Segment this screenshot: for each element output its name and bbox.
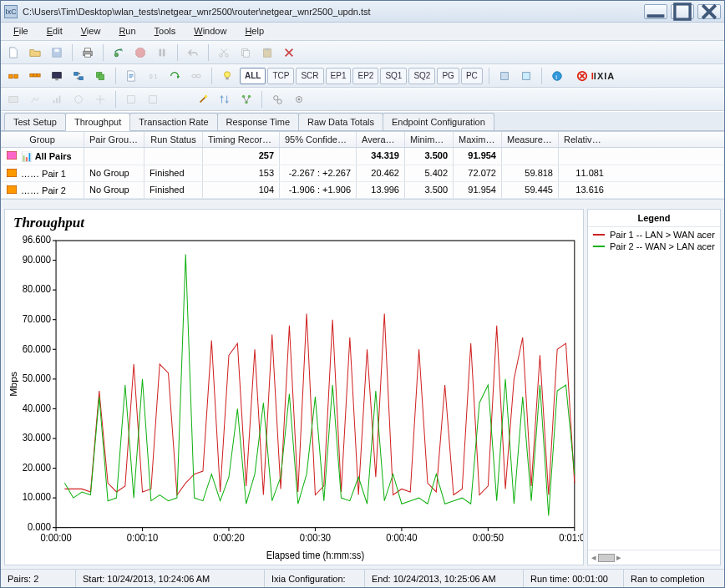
filter-ep2[interactable]: EP2 <box>352 68 378 84</box>
app-icon: IxC <box>4 5 18 18</box>
t3-3-icon[interactable] <box>48 90 66 109</box>
col-header[interactable]: Pair Group Name <box>84 132 144 147</box>
svg-point-50 <box>298 98 301 100</box>
refresh-icon[interactable] <box>165 67 184 85</box>
export-icon[interactable] <box>495 67 514 85</box>
lightbulb-icon[interactable] <box>218 67 236 85</box>
splitter[interactable] <box>1 199 724 205</box>
filter-scr[interactable]: SCR <box>296 68 323 84</box>
save-icon[interactable] <box>48 43 66 62</box>
close-button[interactable] <box>697 4 721 19</box>
export2-icon[interactable] <box>517 67 535 85</box>
stop-icon[interactable] <box>131 43 150 62</box>
col-header[interactable]: 95% Confidence Interval <box>280 132 357 147</box>
undo-icon[interactable] <box>184 43 202 62</box>
info-icon[interactable]: i <box>548 67 566 85</box>
new-icon[interactable] <box>4 43 23 62</box>
throughput-chart[interactable]: 0.00010.00020.00030.00040.00050.00060.00… <box>5 231 583 565</box>
add-pair-icon[interactable] <box>4 67 23 85</box>
tab-response-time[interactable]: Response Time <box>217 113 299 130</box>
link-icon[interactable] <box>187 67 205 85</box>
tab-test-setup[interactable]: Test Setup <box>4 113 66 130</box>
tab-transaction-rate[interactable]: Transaction Rate <box>129 113 217 130</box>
svg-rect-1 <box>54 48 58 52</box>
col-header[interactable]: Relative Precision <box>559 132 609 147</box>
maximize-button[interactable] <box>671 4 694 19</box>
copy-icon[interactable] <box>236 43 255 62</box>
pause-icon[interactable] <box>153 43 171 62</box>
svg-rect-36 <box>9 96 18 102</box>
t3-7-icon[interactable] <box>144 90 162 109</box>
table-row[interactable]: …… Pair 2No GroupFinished104-1.906 : +1.… <box>1 182 724 199</box>
filter-pg[interactable]: PG <box>437 68 459 84</box>
cell <box>280 148 357 165</box>
script-icon[interactable] <box>122 67 140 85</box>
filter-sq1[interactable]: SQ1 <box>380 68 407 84</box>
cut-icon[interactable] <box>215 43 233 62</box>
menu-edit[interactable]: Edit <box>38 23 72 40</box>
run-icon[interactable] <box>109 43 128 62</box>
network-icon[interactable] <box>237 90 256 109</box>
t3-1-icon[interactable] <box>4 90 23 109</box>
svg-rect-7 <box>160 48 162 56</box>
menu-view[interactable]: View <box>72 23 110 40</box>
col-header[interactable]: Run Status <box>144 132 203 147</box>
svg-text:70.000: 70.000 <box>23 313 52 325</box>
col-header[interactable]: Maximum (Mbps) <box>454 132 502 147</box>
legend-scrollbar[interactable]: ◂ ▸ <box>588 550 720 565</box>
statusbar: Pairs: 2 Start: 10/24/2013, 10:24:06 AM … <box>1 569 724 587</box>
filter-ep1[interactable]: EP1 <box>326 68 352 84</box>
open-icon[interactable] <box>26 43 44 62</box>
table-row[interactable]: …… Pair 1No GroupFinished153-2.267 : +2.… <box>1 165 724 182</box>
delete-icon[interactable] <box>280 43 298 62</box>
col-header[interactable]: Minimum (Mbps) <box>405 132 454 147</box>
gears-icon[interactable] <box>268 90 286 109</box>
results-grid: GroupPair Group NameRun StatusTiming Rec… <box>1 131 724 199</box>
menu-run[interactable]: Run <box>109 23 144 40</box>
t3-6-icon[interactable] <box>122 90 140 109</box>
wand-icon[interactable] <box>194 90 212 109</box>
tab-throughput[interactable]: Throughput <box>65 113 130 131</box>
gears2-icon[interactable] <box>290 90 308 109</box>
menu-file[interactable]: File <box>4 23 38 40</box>
t3-4-icon[interactable] <box>69 90 88 109</box>
status-runtime: Run time: 00:01:00 <box>524 570 624 587</box>
col-header[interactable]: Timing Records Completed <box>203 132 280 147</box>
sort-icon[interactable] <box>215 90 234 109</box>
col-header[interactable]: Average (Mbps) <box>357 132 405 147</box>
add-group-icon[interactable] <box>26 67 44 85</box>
status-ixia: Ixia Configuration: <box>265 570 365 587</box>
tab-endpoint-configuration[interactable]: Endpoint Configuration <box>383 113 494 130</box>
filter-all[interactable]: ALL <box>240 68 266 84</box>
menu-tools[interactable]: Tools <box>145 23 185 40</box>
svg-rect-3 <box>85 48 91 51</box>
svg-rect-0 <box>675 3 690 18</box>
filter-tcp[interactable]: TCP <box>267 68 294 84</box>
t3-2-icon[interactable] <box>26 90 44 109</box>
svg-text:0.000: 0.000 <box>28 521 51 533</box>
paste-icon[interactable] <box>258 43 276 62</box>
clone-icon[interactable] <box>91 67 109 85</box>
tab-raw-data-totals[interactable]: Raw Data Totals <box>298 113 383 130</box>
menu-help[interactable]: Help <box>236 23 273 40</box>
swap-icon[interactable] <box>69 67 88 85</box>
minimize-button[interactable] <box>644 4 667 19</box>
filter-sq2[interactable]: SQ2 <box>408 68 435 84</box>
legend-title: Legend <box>588 210 720 227</box>
legend-item[interactable]: Pair 1 -- LAN > WAN acer <box>588 229 720 241</box>
menu-window[interactable]: Window <box>185 23 236 40</box>
svg-text:40.000: 40.000 <box>23 402 52 413</box>
svg-rect-17 <box>30 74 33 77</box>
t3-5-icon[interactable] <box>91 90 109 109</box>
legend-item[interactable]: Pair 2 -- WAN > LAN acer <box>588 241 720 252</box>
print-icon[interactable] <box>79 43 97 62</box>
cell: Finished <box>144 165 203 181</box>
svg-text:i: i <box>555 73 557 80</box>
binary-icon[interactable]: 0 1 <box>144 67 162 85</box>
col-header[interactable]: Measured Time (sec) <box>502 132 559 147</box>
col-header[interactable]: Group <box>1 132 84 147</box>
monitor-icon[interactable] <box>48 67 66 85</box>
svg-rect-32 <box>522 72 530 79</box>
table-row[interactable]: 📊 All Pairs25734.3193.50091.954 <box>1 148 724 165</box>
filter-pc[interactable]: PC <box>461 68 483 84</box>
